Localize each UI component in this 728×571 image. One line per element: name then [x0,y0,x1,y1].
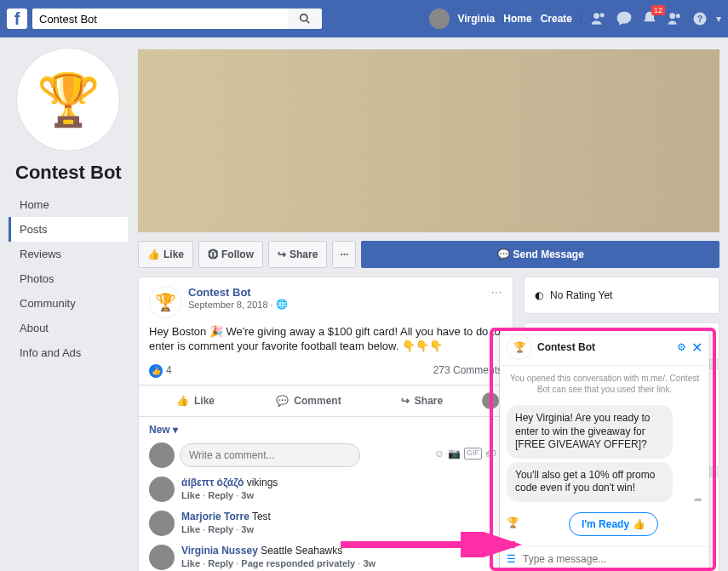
nav-reviews[interactable]: Reviews [9,242,128,266]
nav-right: Virginia Home Create 12 ? ▾ [429,9,722,29]
search-wrap [32,9,322,29]
page-profile-pic[interactable]: 🏆 [16,48,120,151]
comment-composer: ☺ 📷 GIF 🏷 [149,443,502,468]
comment-row: Marjorie Torre TestLike · Reply · 3w [149,511,502,536]
comment-avatar[interactable] [149,511,175,536]
comment-avatar[interactable] [149,477,175,502]
emoji-icon[interactable]: ☺ [434,448,444,460]
nav-community[interactable]: Community [9,291,128,316]
svg-line-1 [307,20,310,24]
chat-body: You opened this conversation with m.me/.… [500,366,709,546]
post-menu-icon[interactable]: ··· [491,286,502,318]
comment-author[interactable]: Virginia Nussey [181,545,258,557]
post-author[interactable]: Contest Bot [188,286,288,299]
comment-text: Test [249,511,271,522]
sticker-icon[interactable]: 🏷 [485,448,496,460]
search-button[interactable] [288,9,322,29]
chevron-down-icon[interactable]: ▾ [716,13,721,25]
rating-row: ◐No Rating Yet [535,286,708,305]
comment-input[interactable] [180,443,360,467]
post-share-label: Share [415,395,443,407]
rating-text: No Rating Yet [550,289,612,301]
chat-title[interactable]: Contest Bot [537,341,672,353]
globe-icon: 🌐 [276,299,288,310]
speedometer-icon: ◐ [535,289,543,301]
post-text: Hey Boston 🎉 We're giving away a $100 gi… [149,325,502,354]
chat-message-2: You'll also get a 10% off promo code eve… [507,462,673,502]
nav-photos[interactable]: Photos [9,266,128,291]
quick-help-icon[interactable] [667,10,684,27]
follow-label: Follow [221,248,254,260]
post-share-action[interactable]: ↪Share [365,385,479,416]
like-button[interactable]: 👍Like [138,241,193,268]
comment-filter[interactable]: New ▾ [149,424,502,436]
chat-notice: You opened this conversation with m.me/.… [507,373,702,395]
post-like-label: Like [194,395,215,407]
share-avatar [482,392,499,409]
svg-point-5 [676,14,680,18]
comment-count[interactable]: 273 Comments [433,364,502,378]
forward-icon[interactable]: ➦ [694,494,702,505]
more-button[interactable]: ··· [332,241,356,268]
user-name-link[interactable]: Virginia [458,13,496,25]
post-stats: 👍4 273 Comments [149,361,502,381]
thumb-icon: 👍 [147,248,160,260]
post-comment-label: Comment [294,395,341,407]
comment-icon: 💬 [276,395,289,407]
menu-icon[interactable]: ☰ [507,553,516,565]
create-link[interactable]: Create [541,13,572,25]
post-card: 🏆 Contest Bot September 8, 2018 · 🌐 ··· … [138,277,513,571]
quick-reply-button[interactable]: I'm Ready 👍 [569,512,658,536]
thumbs-up-icon: 👍 [633,518,645,530]
cover-photo[interactable] [138,49,719,232]
nav-home[interactable]: Home [9,192,128,217]
top-bar: f Virginia Home Create 12 ? ▾ [0,0,728,37]
messenger-icon[interactable] [616,10,633,27]
quick-reply-text: I'm Ready [582,518,629,530]
gif-icon[interactable]: GIF [464,448,482,460]
comment-author[interactable]: άίβεπτ όζάζό [181,477,244,488]
notifications-icon[interactable]: 12 [641,10,658,27]
chat-input[interactable] [521,552,702,566]
nav-info-ads[interactable]: Info and Ads [9,340,128,365]
post-like-action[interactable]: 👍Like [139,385,252,416]
comment-meta: Like · Reply · Page responded privately … [181,558,375,568]
share-button[interactable]: ↪Share [268,241,327,268]
chat-page-icon: 🏆 [507,517,519,528]
comment-row: άίβεπτ όζάζό vikingsLike · Reply · 3w [149,477,502,502]
nav-posts[interactable]: Posts [9,217,128,242]
separator [581,11,582,26]
camera-icon[interactable]: 📷 [448,448,461,460]
nav-about[interactable]: About [9,316,128,340]
comment-avatar[interactable] [149,545,175,570]
friend-requests-icon[interactable] [590,10,607,27]
close-icon[interactable]: ✕ [691,340,702,356]
home-link[interactable]: Home [503,13,531,25]
follow-button[interactable]: ⏼Follow [198,241,263,268]
page-actions: 👍Like ⏼Follow ↪Share ··· 💬Send Message [138,241,719,268]
gear-icon[interactable]: ⚙ [677,341,686,353]
help-icon[interactable]: ? [692,11,708,26]
svg-text:?: ? [697,14,702,24]
like-count[interactable]: 👍4 [149,364,172,378]
post-comment-action[interactable]: 💬Comment [252,385,365,416]
search-icon [299,13,311,25]
comment-text: Seattle Seahawks [258,545,342,557]
post-avatar[interactable]: 🏆 [149,286,181,318]
user-avatar[interactable] [429,9,450,29]
like-reaction-icon: 👍 [149,364,163,378]
chat-header: 🏆 Contest Bot ⚙ ✕ [500,329,709,366]
send-message-button[interactable]: 💬Send Message [361,241,719,268]
page-title: Contest Bot [15,162,128,184]
like-label: Like [163,248,184,260]
chat-popup: 🏆 Contest Bot ⚙ ✕ You opened this conver… [500,329,709,571]
search-input[interactable] [32,9,288,29]
svg-point-3 [600,13,605,17]
facebook-logo[interactable]: f [7,9,27,29]
share-icon: ↪ [278,248,286,260]
thumb-outline-icon: 👍 [176,395,189,407]
share-label: Share [289,248,318,260]
comment-row: Virginia Nussey Seattle SeahawksLike · R… [149,545,502,570]
rss-icon: ⏼ [208,248,218,260]
comment-author[interactable]: Marjorie Torre [181,511,249,522]
